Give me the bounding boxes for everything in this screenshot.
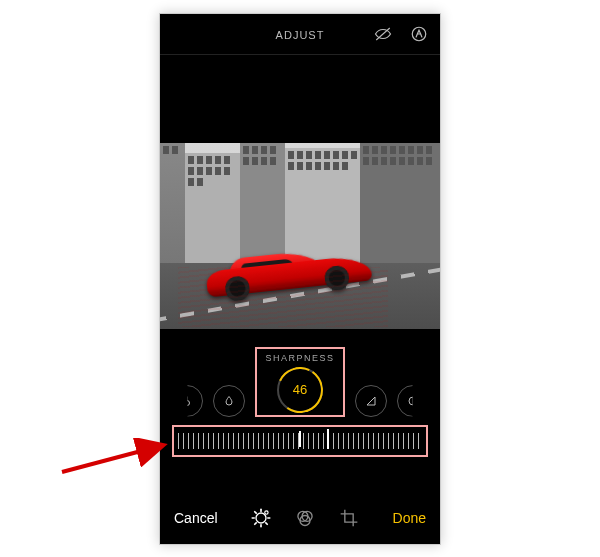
- svg-point-14: [265, 510, 268, 513]
- adjustment-name-label: SHARPNESS: [265, 353, 334, 363]
- annotation-arrow: [60, 438, 170, 478]
- photo-edit-screen: ADJUST: [159, 13, 441, 545]
- auto-enhance-icon[interactable]: [410, 25, 428, 43]
- mode-crop-icon[interactable]: [339, 508, 359, 528]
- cancel-button[interactable]: Cancel: [174, 510, 218, 526]
- svg-line-18: [62, 446, 160, 472]
- adjust-sharpness-dial[interactable]: 46: [277, 367, 323, 413]
- mode-filters-icon[interactable]: [295, 508, 315, 528]
- mode-adjust-icon[interactable]: [251, 508, 271, 528]
- svg-point-2: [185, 400, 190, 405]
- bottom-bar: Cancel: [160, 492, 440, 544]
- adjustment-slider[interactable]: [178, 431, 422, 451]
- preview-original-icon[interactable]: [374, 25, 392, 43]
- svg-line-10: [255, 511, 256, 512]
- slider-highlight: [172, 425, 428, 457]
- photo-preview[interactable]: [160, 143, 440, 329]
- svg-point-4: [409, 397, 417, 405]
- adjust-next-noise[interactable]: [397, 385, 429, 417]
- done-button[interactable]: Done: [393, 510, 426, 526]
- adjust-prev-tint[interactable]: [213, 385, 245, 417]
- svg-point-5: [256, 513, 266, 523]
- adjust-next-definition[interactable]: [355, 385, 387, 417]
- mode-title: ADJUST: [276, 29, 325, 41]
- adjust-prev-warmth[interactable]: [171, 385, 203, 417]
- adjust-controls: SHARPNESS 46: [160, 329, 440, 492]
- svg-line-12: [255, 522, 256, 523]
- preview-scene: [160, 143, 440, 329]
- slider-indicator: [327, 429, 329, 449]
- top-bar: ADJUST: [160, 14, 440, 55]
- current-adjust-highlight: SHARPNESS 46: [255, 347, 344, 417]
- svg-line-11: [266, 522, 267, 523]
